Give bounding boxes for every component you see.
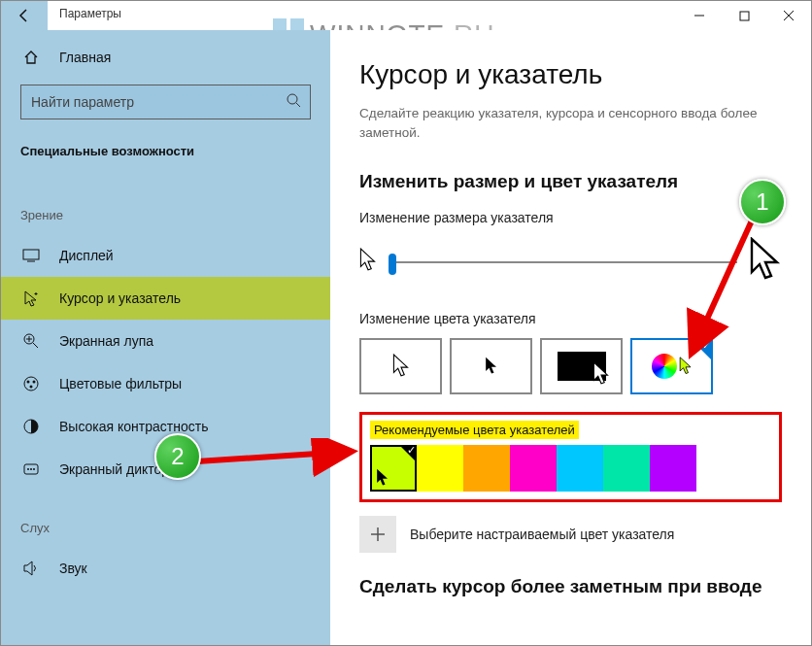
pointer-color-white[interactable] <box>359 338 442 394</box>
section-cursor-visibility: Сделать курсор более заметным при вводе <box>359 576 782 597</box>
search-box[interactable] <box>20 85 311 119</box>
sidebar-item-label: Курсор и указатель <box>59 290 181 306</box>
sidebar-item-magnifier[interactable]: Экранная лупа <box>1 320 330 362</box>
svg-line-5 <box>296 103 300 107</box>
recommended-colors-label: Рекомендуемые цвета указателей <box>370 421 579 439</box>
main-panel: Курсор и указатель Сделайте реакцию указ… <box>330 30 811 645</box>
page-description: Сделайте реакцию указателя, курсора и се… <box>359 104 782 144</box>
recommended-colors-box: Рекомендуемые цвета указателей <box>359 412 782 502</box>
label-color: Изменение цвета указателя <box>359 311 782 326</box>
color-swatch[interactable] <box>650 445 696 492</box>
svg-rect-1 <box>740 12 749 20</box>
pointer-color-options <box>359 338 782 394</box>
svg-point-19 <box>30 468 32 470</box>
sidebar: Главная Специальные возможности Зрение Д… <box>1 30 330 645</box>
sidebar-item-label: Экранная лупа <box>59 333 153 349</box>
page-title: Курсор и указатель <box>359 59 782 90</box>
sidebar-item-display[interactable]: Дисплей <box>1 234 330 277</box>
sidebar-home-label: Главная <box>59 50 111 65</box>
sidebar-item-sound[interactable]: Звук <box>1 547 330 590</box>
search-icon <box>277 92 310 112</box>
sidebar-item-label: Высокая контрастность <box>59 419 208 434</box>
add-custom-color-label: Выберите настраиваемый цвет указателя <box>410 527 674 542</box>
svg-point-18 <box>27 468 29 470</box>
minimize-button[interactable] <box>677 1 722 30</box>
sidebar-item-label: Дисплей <box>59 248 114 263</box>
home-icon <box>20 50 42 65</box>
color-swatch[interactable] <box>463 445 510 492</box>
back-button[interactable] <box>1 1 48 30</box>
svg-point-14 <box>33 381 36 384</box>
pointer-size-slider-row <box>359 237 782 288</box>
sidebar-home[interactable]: Главная <box>1 38 330 77</box>
sidebar-icon <box>20 375 42 392</box>
annotation-badge-1: 1 <box>739 179 786 225</box>
sidebar-item-label: Цветовые фильтры <box>59 376 182 391</box>
search-input[interactable] <box>21 94 277 110</box>
window-title: Параметры <box>59 7 121 20</box>
sidebar-item-color-filters[interactable]: Цветовые фильтры <box>1 362 330 405</box>
sidebar-icon <box>20 460 42 478</box>
sidebar-category-vision: Зрение <box>1 195 330 234</box>
color-wheel-icon <box>652 354 677 379</box>
sidebar-section-label: Специальные возможности <box>1 131 330 170</box>
close-button[interactable] <box>766 1 811 30</box>
sidebar-item-label: Звук <box>59 561 87 576</box>
slider-thumb[interactable] <box>389 254 396 275</box>
checkmark-icon <box>692 340 711 359</box>
sidebar-icon <box>20 289 42 307</box>
color-swatch[interactable] <box>417 445 463 492</box>
svg-point-15 <box>30 386 33 389</box>
color-swatch[interactable] <box>510 445 557 492</box>
annotation-badge-2: 2 <box>154 433 201 480</box>
speaker-icon <box>20 560 42 577</box>
svg-point-12 <box>24 377 38 391</box>
svg-rect-6 <box>23 250 39 259</box>
pointer-size-slider[interactable] <box>389 261 737 263</box>
sidebar-category-hearing: Слух <box>1 508 330 547</box>
svg-line-11 <box>33 343 38 348</box>
titlebar: Параметры <box>1 1 811 30</box>
svg-point-4 <box>288 94 297 104</box>
sidebar-item-label: Экранный диктор <box>59 461 169 477</box>
svg-point-20 <box>33 468 35 470</box>
svg-point-13 <box>27 381 30 384</box>
sidebar-item-cursor-pointer[interactable]: Курсор и указатель <box>1 277 330 320</box>
section-size-color: Изменить размер и цвет указателя <box>359 171 782 192</box>
color-swatch[interactable] <box>370 445 417 492</box>
pointer-color-inverted[interactable] <box>540 338 623 394</box>
sidebar-icon <box>20 332 42 350</box>
color-swatch[interactable] <box>603 445 650 492</box>
maximize-button[interactable] <box>722 1 766 30</box>
sidebar-icon <box>20 418 42 435</box>
label-size: Изменение размера указателя <box>359 210 782 225</box>
add-custom-color-button[interactable] <box>359 516 396 553</box>
cursor-small-icon <box>359 248 377 277</box>
pointer-color-custom[interactable] <box>630 338 713 394</box>
pointer-color-black[interactable] <box>450 338 532 394</box>
sidebar-icon <box>20 249 42 262</box>
color-swatch[interactable] <box>557 445 603 492</box>
cursor-large-icon <box>749 237 782 288</box>
